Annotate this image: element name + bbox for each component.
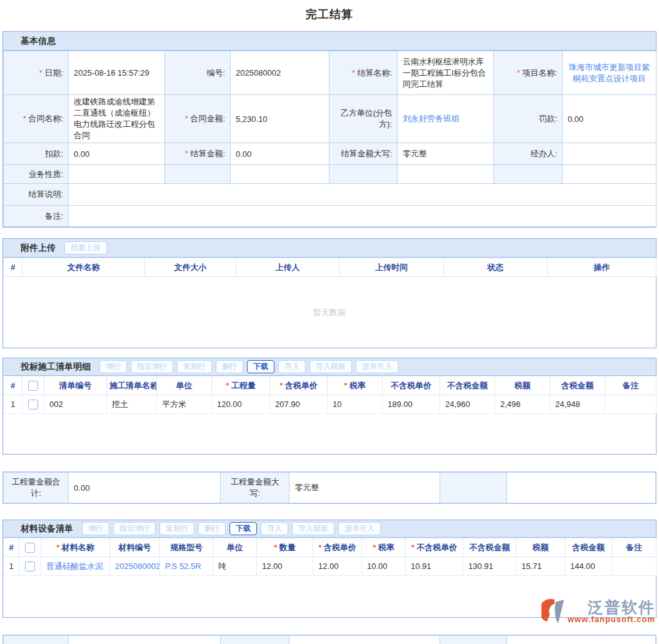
import-template-button[interactable]: 导入模板 (292, 522, 335, 535)
blank-value-cell (563, 165, 656, 184)
import-template-button[interactable]: 导入模板 (309, 360, 352, 373)
settle-amount-label-cell: 结算金额: (165, 143, 231, 165)
basic-row-5: 结算说明: (4, 184, 656, 206)
qty-caps-value: 零元整 (289, 473, 440, 503)
penalty-label: 罚款: (538, 114, 557, 123)
deduction-value: 0.00 (69, 143, 165, 165)
basic-row-1: 日期: 2025-08-16 15:57:29 编号: 2025080002 结… (4, 51, 656, 95)
col-header-status: 状态 (444, 258, 548, 277)
material-list-empty-area (3, 576, 656, 617)
material-total-row: 材料金额合计: 0 金额大写: 零元整 (4, 636, 656, 644)
bid-list-section: 投标施工清单明细 增行 指定增行 复制行 删行 下载 导入 导入模板 源单引入 … (3, 358, 656, 455)
col-header-unit: 单位 (213, 538, 257, 557)
tax-price-cell: 207.90 (270, 395, 328, 414)
attachments-header-row: # 文件名称 文件大小 上传人 上传时间 状态 操作 (4, 258, 656, 277)
col-header-index: # (4, 376, 23, 395)
col-header-select (23, 376, 44, 395)
tax-rate-cell: 10.00 (362, 557, 406, 576)
basic-row-3: 扣款: 0.00 结算金额: 0.00 结算金额大写: 零元整 经办人: (4, 143, 656, 165)
material-list-title: 材料设备清单 (21, 523, 73, 535)
attachments-empty-state: 暂无数据 (3, 277, 656, 348)
blank-label-cell (440, 636, 506, 644)
desc-label: 结算说明: (28, 189, 63, 199)
select-all-checkbox[interactable] (25, 543, 35, 553)
insert-row-button[interactable]: 指定增行 (131, 360, 173, 373)
col-header-no-tax-price: 不含税单价 (406, 538, 463, 557)
remark-label-cell: 备注: (4, 206, 69, 227)
serial-label: 编号: (206, 68, 225, 78)
col-header-list-name: 施工清单名称 (107, 376, 157, 395)
qty-total-strip: 工程量金额合计: 0.00 工程量金额大写: 零元整 (3, 471, 656, 504)
qty-total-table: 工程量金额合计: 0.00 工程量金额大写: 零元整 (3, 472, 656, 503)
with-tax-amount-cell: 24,948 (550, 395, 605, 414)
material-name-link[interactable]: 普通硅酸盐水泥 (46, 561, 103, 571)
download-button[interactable]: 下载 (247, 360, 274, 373)
material-caps-label: 金额大写: (221, 636, 289, 644)
project-value-cell: 珠海市城市更新项目紫桐苑安置点设计项目 (563, 51, 656, 95)
contract-name-label-cell: 合同名称: (4, 95, 69, 143)
material-code-link[interactable]: 2025080002 (115, 561, 160, 571)
party-b-link[interactable]: 刘永好劳务班组 (403, 114, 460, 123)
col-header-quantity: 工程量 (212, 376, 270, 395)
attachments-table: # 文件名称 文件大小 上传人 上传时间 状态 操作 (3, 258, 656, 277)
settle-amount-value: 0.00 (231, 143, 330, 165)
col-header-tax-price: 含税单价 (270, 376, 328, 395)
add-row-button[interactable]: 增行 (82, 522, 109, 535)
contract-amount-label: 合同金额: (185, 114, 225, 123)
col-header-tax-amount: 税额 (495, 376, 550, 395)
delete-row-button[interactable]: 删行 (198, 522, 226, 535)
spec-model-link[interactable]: P.S 52.5R (165, 561, 201, 571)
material-list-header-row: # 材料名称 材料编号 规格型号 单位 数量 含税单价 税率 不含税单价 不含税… (4, 538, 656, 557)
tax-price-cell: 12.00 (313, 557, 362, 576)
copy-row-button[interactable]: 复制行 (159, 522, 194, 535)
download-button[interactable]: 下载 (229, 522, 257, 535)
copy-row-button[interactable]: 复制行 (177, 360, 212, 373)
remark-cell (605, 395, 656, 414)
import-button[interactable]: 导入 (278, 360, 306, 373)
handler-value (563, 143, 656, 165)
page-title: 完工结算 (0, 0, 659, 31)
blank-label-cell (440, 473, 506, 503)
material-total-table: 材料金额合计: 0 金额大写: 零元整 (3, 635, 656, 644)
material-code-cell: 2025080002 (110, 557, 160, 576)
party-b-label-cell: 乙方单位(分包方): (330, 95, 398, 143)
source-import-button[interactable]: 源单引入 (356, 360, 398, 373)
deduction-label-cell: 扣款: (4, 143, 69, 165)
basic-row-4: 业务性质: (4, 165, 656, 184)
contract-name-value: 改建铁路成渝线增建第二直通线（成渝枢纽）电力线路迁改工程分包合同 (69, 95, 165, 143)
col-header-tax-rate: 税率 (328, 376, 383, 395)
row-checkbox[interactable] (28, 400, 38, 410)
penalty-value: 0.00 (563, 95, 656, 143)
source-import-button[interactable]: 源单引入 (338, 522, 381, 535)
select-all-checkbox[interactable] (28, 381, 38, 391)
batch-upload-button[interactable]: 批量上传 (64, 241, 107, 254)
project-link[interactable]: 珠海市城市更新项目紫桐苑安置点设计项目 (569, 63, 650, 83)
col-header-index: # (4, 258, 23, 277)
project-label-cell: 项目名称: (494, 51, 563, 95)
contract-name-label: 合同名称: (23, 114, 63, 123)
list-name-cell: 挖土 (107, 395, 157, 414)
import-button[interactable]: 导入 (261, 522, 288, 535)
table-row: 1 002 挖土 平方米 120.00 207.90 10 189.00 24,… (4, 395, 656, 414)
col-header-remark: 备注 (605, 376, 656, 395)
material-list-section: 材料设备清单 增行 指定增行 复制行 删行 下载 导入 导入模板 源单引入 # … (3, 520, 656, 618)
bid-list-header-row: # 清单编号 施工清单名称 单位 工程量 含税单价 税率 不含税单价 不含税金额… (4, 376, 656, 395)
col-header-spec-model: 规格型号 (160, 538, 213, 557)
row-checkbox[interactable] (25, 561, 35, 571)
col-header-with-tax-amount: 含税金额 (550, 376, 605, 395)
settle-caps-value: 零元整 (398, 143, 494, 165)
serial-label-cell: 编号: (165, 51, 231, 95)
col-header-unit: 单位 (157, 376, 212, 395)
bid-list-empty-area (3, 414, 656, 454)
col-header-no-tax-amount: 不含税金额 (440, 376, 495, 395)
material-caps-value: 零元整 (289, 636, 440, 644)
material-list-header: 材料设备清单 增行 指定增行 复制行 删行 下载 导入 导入模板 源单引入 (3, 520, 656, 538)
delete-row-button[interactable]: 删行 (216, 360, 243, 373)
bid-list-title: 投标施工清单明细 (21, 361, 91, 373)
col-header-with-tax-amount: 含税金额 (565, 538, 612, 557)
add-row-button[interactable]: 增行 (99, 360, 127, 373)
insert-row-button[interactable]: 指定增行 (113, 522, 156, 535)
list-code-cell: 002 (44, 395, 107, 414)
material-total-value: 0 (69, 636, 221, 644)
project-label: 项目名称: (517, 68, 557, 78)
